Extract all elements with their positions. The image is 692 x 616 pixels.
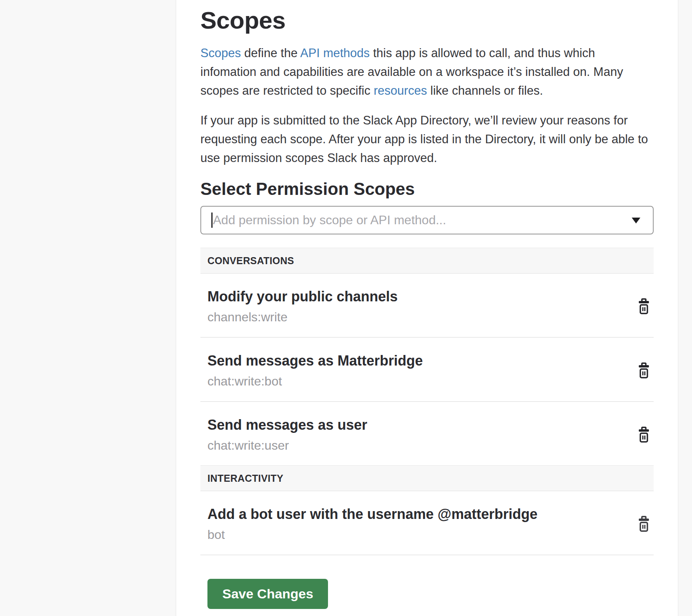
scope-code: bot bbox=[207, 526, 537, 543]
scope-code: channels:write bbox=[207, 309, 398, 325]
right-gutter bbox=[678, 0, 692, 616]
caret-down-icon[interactable] bbox=[632, 218, 640, 223]
section-header: INTERACTIVITY bbox=[200, 465, 654, 491]
trash-icon bbox=[637, 426, 651, 443]
intro-text-1: define the bbox=[241, 46, 300, 60]
trash-icon bbox=[637, 298, 651, 315]
scope-select-combobox[interactable] bbox=[200, 206, 654, 234]
scope-title: Send messages as user bbox=[207, 416, 367, 434]
scope-row: Add a bot user with the username @matter… bbox=[200, 491, 654, 555]
save-changes-button[interactable]: Save Changes bbox=[207, 579, 328, 609]
section-header-label: INTERACTIVITY bbox=[207, 473, 283, 484]
page-title: Scopes bbox=[200, 0, 654, 34]
scope-code: chat:write:user bbox=[207, 437, 367, 454]
scope-row: Send messages as Matterbridge chat:write… bbox=[200, 338, 654, 402]
scope-row-text: Modify your public channels channels:wri… bbox=[207, 288, 398, 325]
scope-code: chat:write:bot bbox=[207, 373, 423, 389]
scopes-link[interactable]: Scopes bbox=[200, 46, 241, 60]
scope-row-text: Send messages as user chat:write:user bbox=[207, 416, 367, 454]
select-permission-scopes-heading: Select Permission Scopes bbox=[200, 179, 654, 199]
delete-scope-button[interactable] bbox=[637, 362, 651, 379]
scope-search-input[interactable] bbox=[201, 207, 653, 234]
scopes-settings-panel: Scopes Scopes define the API methods thi… bbox=[176, 0, 678, 616]
scope-title: Modify your public channels bbox=[207, 288, 398, 306]
scope-row: Modify your public channels channels:wri… bbox=[200, 274, 654, 338]
trash-icon bbox=[637, 515, 651, 533]
scope-list: CONVERSATIONS Modify your public channel… bbox=[200, 248, 654, 555]
delete-scope-button[interactable] bbox=[637, 426, 651, 443]
scope-title: Add a bot user with the username @matter… bbox=[207, 505, 537, 523]
scope-section-interactivity: INTERACTIVITY Add a bot user with the us… bbox=[200, 465, 654, 555]
directory-review-note: If your app is submitted to the Slack Ap… bbox=[200, 111, 654, 168]
scope-title: Send messages as Matterbridge bbox=[207, 352, 423, 370]
intro-text-3: like channels or files. bbox=[427, 84, 543, 97]
scope-row-text: Add a bot user with the username @matter… bbox=[207, 505, 537, 543]
scope-row: Send messages as user chat:write:user bbox=[200, 402, 654, 465]
section-header: CONVERSATIONS bbox=[200, 248, 654, 274]
delete-scope-button[interactable] bbox=[637, 515, 651, 533]
text-cursor bbox=[211, 213, 213, 228]
api-methods-link[interactable]: API methods bbox=[300, 46, 369, 60]
section-header-label: CONVERSATIONS bbox=[207, 255, 294, 267]
left-gutter bbox=[0, 0, 176, 616]
resources-link[interactable]: resources bbox=[374, 84, 427, 97]
scope-section-conversations: CONVERSATIONS Modify your public channel… bbox=[200, 248, 654, 465]
trash-icon bbox=[637, 362, 651, 379]
scope-row-text: Send messages as Matterbridge chat:write… bbox=[207, 352, 423, 389]
scopes-description: Scopes define the API methods this app i… bbox=[200, 44, 654, 100]
delete-scope-button[interactable] bbox=[637, 298, 651, 315]
